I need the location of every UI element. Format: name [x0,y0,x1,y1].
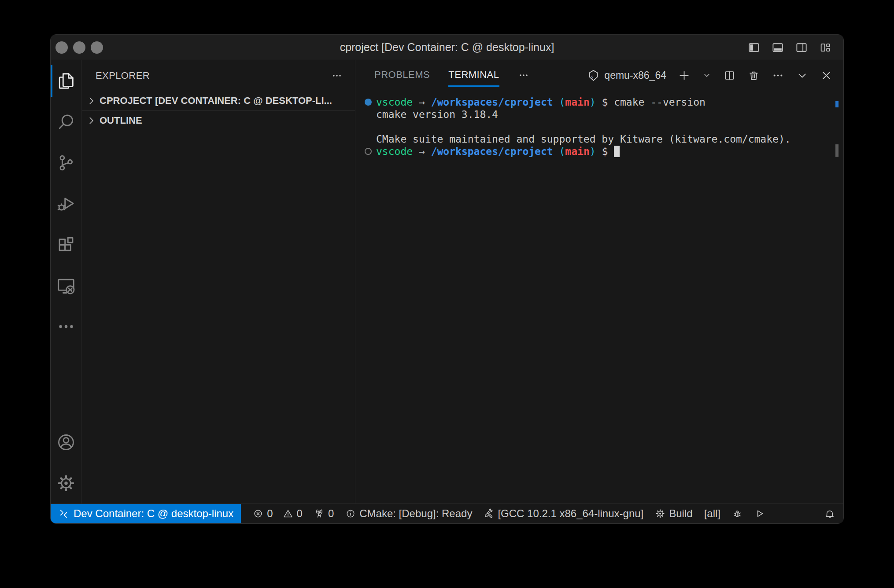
activity-item-explorer[interactable] [51,60,81,101]
panel-more-icon[interactable] [772,69,784,82]
explorer-more-actions-icon[interactable] [331,70,343,81]
terminal-text: /workspaces/cproject [431,96,553,108]
tab-problems[interactable]: PROBLEMS [374,64,430,87]
terminal-text [413,96,419,108]
panel-tabs-more-icon[interactable] [518,70,529,81]
debug-icon [56,194,76,214]
search-icon [56,112,76,132]
tab-terminal[interactable]: TERMINAL [448,64,499,87]
toggle-panel-icon[interactable] [771,41,784,54]
activity-item-remote-explorer[interactable] [51,265,81,306]
terminal-text: ) [590,145,596,158]
source-control-icon [56,153,76,173]
status-item-text: 0 [328,507,334,520]
terminal-text: /workspaces/cproject [431,145,553,158]
remote-icon [58,508,69,519]
sidebar-empty-area [82,130,355,503]
account-icon [56,432,76,452]
layout-controls [747,41,843,54]
status-item-cmake-debug[interactable] [726,504,748,523]
terminal-scrollbar-thumb[interactable] [835,144,839,157]
status-item-cmake-launch[interactable] [748,504,770,523]
gear-icon [655,508,665,519]
status-item-problems[interactable]: 00 [247,504,308,523]
terminal-text: main [565,145,589,158]
chevron-right-icon [85,115,97,126]
more-icon [56,316,76,337]
bell-icon [824,508,835,519]
customize-layout-icon[interactable] [819,41,832,54]
status-item-cmake-kit[interactable]: [GCC 10.2.1 x86_64-linux-gnu] [478,504,649,523]
radio-tower-icon [314,508,325,519]
terminal-text: ) [590,96,596,108]
traffic-lights [51,41,103,54]
title-bar: cproject [Dev Container: C @ desktop-lin… [51,35,843,60]
terminal-text: → [419,96,425,108]
terminal-cursor [614,146,620,157]
vscode-window: cproject [Dev Container: C @ desktop-lin… [50,34,844,524]
activity-item-extensions[interactable] [51,224,81,265]
new-terminal-icon[interactable] [678,69,691,82]
status-item-cmake-build-target[interactable]: [all] [698,504,726,523]
activity-item-accounts[interactable] [51,422,81,463]
toggle-secondary-sidebar-icon[interactable] [795,41,808,54]
terminal-view[interactable]: vscode → /workspaces/cproject (main) $ c… [355,90,843,503]
activity-item-run-and-debug[interactable] [51,183,81,224]
terminal-text [425,96,431,108]
command-decoration-outline-icon[interactable] [365,148,372,155]
sidebar-title: EXPLORER [96,70,150,81]
command-decoration-filled-icon[interactable] [365,99,372,106]
terminal-text: cmake version 3.18.4 [376,108,498,121]
toggle-primary-sidebar-icon[interactable] [747,41,761,54]
remote-indicator[interactable]: Dev Container: C @ desktop-linux [51,504,241,523]
terminal-text [425,145,431,158]
extensions-icon [56,235,76,255]
terminal-line: cmake version 3.18.4 [365,108,830,121]
terminal-actions: $ qemu-x86_64 [587,69,833,82]
terminal-text: $ [596,145,614,158]
terminal-profile[interactable]: $ qemu-x86_64 [587,69,666,82]
activity-item-more[interactable] [51,306,81,347]
hide-panel-icon[interactable] [796,69,809,82]
error-icon [253,508,263,519]
status-item-text: CMake: [Debug]: Ready [359,507,472,520]
terminal-text: $ cmake --version [596,96,706,108]
settings-gear-icon [56,473,76,493]
activity-bar [51,60,82,503]
split-terminal-icon[interactable] [723,69,736,82]
warning-icon [283,508,293,519]
terminal-text: vscode [376,96,413,108]
sidebar-section-cproject[interactable]: CPROJECT [DEV CONTAINER: C @ DESKTOP-LI.… [82,91,355,111]
tools-icon [484,508,494,519]
status-item-text: 0 [267,507,273,520]
minimize-window-button[interactable] [73,41,85,54]
section-label: OUTLINE [100,115,142,126]
terminal-profile-cube-icon: $ [587,69,600,82]
terminal-text [553,96,559,108]
status-item-text: Build [669,507,692,520]
terminal-text [553,145,559,158]
terminal-line: vscode → /workspaces/cproject (main) $ c… [365,96,830,108]
terminal-line: vscode → /workspaces/cproject (main) $ [365,145,830,158]
info-icon [345,508,356,519]
play-icon [754,508,765,519]
activity-item-source-control[interactable] [51,142,81,183]
activity-item-settings[interactable] [51,463,81,503]
status-item-ports[interactable]: 0 [308,504,340,523]
files-icon [56,71,76,91]
close-panel-icon[interactable] [820,69,833,82]
terminal-dropdown-icon[interactable] [702,70,712,80]
terminal-text: vscode [376,145,413,158]
kill-terminal-icon[interactable] [747,69,760,82]
close-window-button[interactable] [55,41,68,54]
status-item-cmake-build[interactable]: Build [649,504,698,523]
terminal-text: main [565,96,589,108]
remote-explorer-icon [56,276,76,296]
status-item-cmake-status[interactable]: CMake: [Debug]: Ready [340,504,478,523]
chevron-right-icon [85,95,97,107]
activity-item-search[interactable] [51,101,81,142]
sidebar-section-outline[interactable]: OUTLINE [82,111,355,130]
status-item-notifications[interactable] [819,504,841,523]
bottom-panel: PROBLEMS TERMINAL $ qemu-x86_64 vscode →… [355,60,843,503]
zoom-window-button[interactable] [91,41,103,54]
